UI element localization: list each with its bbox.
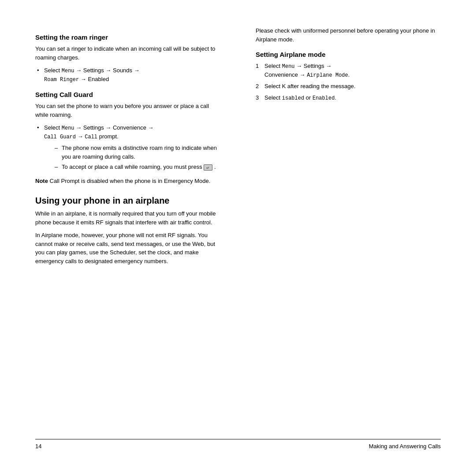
press-key-icon: ↵	[204, 164, 212, 171]
note-label: Note	[35, 178, 48, 184]
airplane-mode-mono: Airplane Mode	[307, 72, 348, 78]
menu-mono2: Menu	[62, 125, 74, 131]
airplane-mode-title: Setting Airplane mode	[256, 51, 441, 58]
menu-mono: Menu	[62, 68, 74, 74]
airplane-intro-text: Please check with uniformed personnel be…	[256, 26, 441, 44]
step1-path: → Settings →	[295, 63, 332, 69]
call-guard-sub-bullets: The phone now emits a distinctive roam r…	[53, 144, 220, 171]
roam-path2: Roam Ringer → Enabled	[44, 76, 109, 82]
call-guard-path2: Call Guard → Call prompt.	[44, 133, 119, 140]
two-column-layout: Setting the roam ringer You can set a ri…	[35, 26, 441, 430]
roam-ringer-body: You can set a ringer to indicate when an…	[35, 45, 220, 62]
step2-text: Select K after reading the message.	[264, 83, 356, 89]
page-container: Setting the roam ringer You can set a ri…	[0, 0, 476, 476]
roam-ringer-mono: Roam Ringer	[44, 77, 79, 83]
section-roam-ringer: Setting the roam ringer You can set a ri…	[35, 33, 220, 84]
call-prompt-mono: Call	[85, 134, 97, 140]
step1-select: Select	[264, 63, 282, 69]
call-guard-mono: Call Guard	[44, 134, 76, 140]
roam-ringer-bullets: Select Menu → Settings → Sounds → Roam R…	[35, 66, 220, 84]
settings-convenience: → Settings → Convenience →	[74, 124, 154, 131]
call-guard-bullet-item: Select Menu → Settings → Convenience → C…	[35, 123, 220, 171]
roam-ringer-title: Setting the roam ringer	[35, 33, 220, 41]
disabled-mono: isabled	[282, 95, 304, 101]
left-column: Setting the roam ringer You can set a ri…	[35, 26, 229, 430]
sub-bullet-1: The phone now emits a distinctive roam r…	[53, 144, 220, 161]
select-label2: Select	[44, 124, 62, 131]
section-airplane: Using your phone in an airplane While in…	[35, 196, 220, 265]
call-guard-title: Setting Call Guard	[35, 91, 220, 98]
airplane-para2: In Airplane mode, however, your phone wi…	[35, 231, 220, 265]
note-text: Note Call Prompt is disabled when the ph…	[35, 177, 220, 186]
sub-bullet-2: To accept or place a call while roaming,…	[53, 163, 220, 171]
section-airplane-mode: Setting Airplane mode Select Menu → Sett…	[256, 51, 441, 102]
right-column: Please check with uniformed personnel be…	[247, 26, 441, 430]
footer-bar: 14 Making and Answering Calls	[35, 439, 441, 450]
step-3: Select isabled or Enabled.	[256, 93, 441, 102]
airplane-title: Using your phone in an airplane	[35, 196, 220, 206]
airplane-mode-steps: Select Menu → Settings → Convenience → A…	[256, 62, 441, 102]
step-1: Select Menu → Settings → Convenience → A…	[256, 62, 441, 79]
call-guard-bullets: Select Menu → Settings → Convenience → C…	[35, 123, 220, 171]
call-guard-body: You can set the phone to warn you before…	[35, 102, 220, 119]
enabled-mono: Enabled	[312, 95, 335, 101]
footer-page-number: 14	[35, 443, 41, 450]
path-text: → Settings → Sounds →	[74, 67, 140, 74]
section-call-guard: Setting Call Guard You can set the phone…	[35, 91, 220, 185]
select-label: Select	[44, 67, 62, 74]
step1-menu-mono: Menu	[282, 63, 295, 70]
roam-ringer-bullet-item: Select Menu → Settings → Sounds → Roam R…	[35, 66, 220, 84]
step3-text: Select isabled or Enabled.	[264, 94, 336, 101]
airplane-para1: While in an airplane, it is normally req…	[35, 209, 220, 227]
step-2: Select K after reading the message.	[256, 82, 441, 91]
footer-section-title: Making and Answering Calls	[369, 443, 441, 450]
step1-path2: Convenience → Airplane Mode.	[264, 71, 350, 78]
